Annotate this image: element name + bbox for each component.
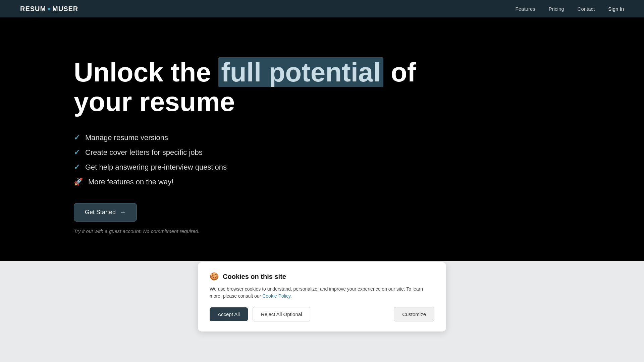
feature-text-1: Manage resume versions bbox=[85, 133, 168, 142]
cookie-icon: 🍪 bbox=[210, 272, 219, 281]
arrow-right-icon: → bbox=[120, 209, 126, 216]
nav-features[interactable]: Features bbox=[516, 6, 535, 12]
bottom-section: 🍪 Cookies on this site We use browser co… bbox=[0, 261, 644, 362]
features-list: ✓ Manage resume versions ✓ Create cover … bbox=[74, 133, 570, 186]
feature-item-4: 🚀 More features on the way! bbox=[74, 178, 570, 186]
reject-optional-button[interactable]: Reject All Optional bbox=[253, 307, 311, 321]
accept-all-button[interactable]: Accept All bbox=[210, 307, 248, 321]
guest-account-note: Try it out with a guest account. No comm… bbox=[74, 228, 200, 234]
customize-button[interactable]: Customize bbox=[394, 307, 434, 321]
feature-item-2: ✓ Create cover letters for specific jobs bbox=[74, 148, 570, 157]
cookie-buttons: Accept All Reject All Optional Customize bbox=[210, 307, 434, 321]
site-header: RESUM▼MUSER Features Pricing Contact Sig… bbox=[0, 0, 644, 17]
hero-section: Unlock the full potential of your resume… bbox=[0, 17, 644, 261]
get-started-button[interactable]: Get Started → bbox=[74, 203, 137, 222]
cookie-policy-link[interactable]: Cookie Policy. bbox=[262, 293, 292, 299]
hero-highlight: full potential bbox=[218, 57, 383, 87]
feature-text-3: Get help answering pre-interview questio… bbox=[85, 163, 227, 172]
feature-item-3: ✓ Get help answering pre-interview quest… bbox=[74, 163, 570, 172]
cookie-title: Cookies on this site bbox=[223, 273, 286, 281]
nav-pricing[interactable]: Pricing bbox=[549, 6, 564, 12]
main-nav: Features Pricing Contact Sign In bbox=[516, 6, 624, 12]
cookie-header: 🍪 Cookies on this site bbox=[210, 272, 434, 281]
check-icon-2: ✓ bbox=[74, 148, 80, 157]
feature-text-2: Create cover letters for specific jobs bbox=[85, 148, 203, 157]
rocket-icon: 🚀 bbox=[74, 178, 83, 186]
check-icon-1: ✓ bbox=[74, 133, 80, 142]
logo-text: RESUM▼MUSER bbox=[20, 5, 78, 13]
get-started-label: Get Started bbox=[85, 209, 116, 216]
feature-item-1: ✓ Manage resume versions bbox=[74, 133, 570, 142]
nav-sign-in[interactable]: Sign In bbox=[608, 6, 624, 12]
feature-text-4: More features on the way! bbox=[88, 178, 173, 186]
cookie-description: We use browser cookies to understand, pe… bbox=[210, 286, 434, 300]
check-icon-3: ✓ bbox=[74, 163, 80, 172]
cookie-banner: 🍪 Cookies on this site We use browser co… bbox=[198, 262, 446, 331]
nav-contact[interactable]: Contact bbox=[578, 6, 595, 12]
logo: RESUM▼MUSER bbox=[20, 5, 78, 13]
hero-title: Unlock the full potential of your resume bbox=[74, 58, 443, 117]
